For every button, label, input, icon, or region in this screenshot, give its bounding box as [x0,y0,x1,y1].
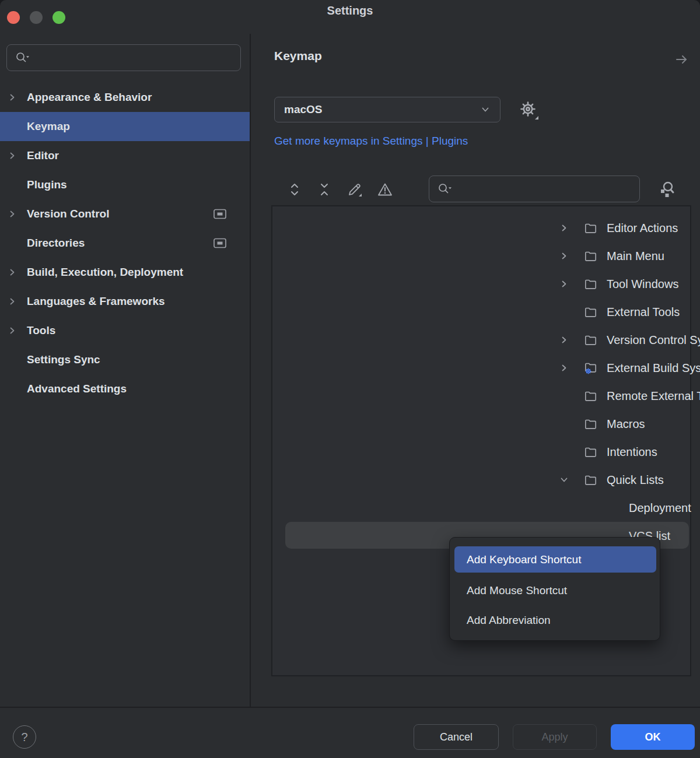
folder-icon [584,390,597,402]
show-conflicts-warning-button[interactable] [374,179,396,200]
chevron-right-icon [8,326,17,335]
sidebar-divider [250,34,251,707]
chevron-right-icon [8,209,17,219]
chevron-right-icon [8,297,17,306]
folder-icon [584,222,597,234]
sidebar-item-directories[interactable]: Directories [0,229,250,258]
sidebar-item-version-control[interactable]: Version Control [0,199,250,229]
tree-item-version-control-systems[interactable]: Version Control Systems [271,326,690,354]
menu-item-add-keyboard-shortcut[interactable]: Add Keyboard Shortcut [454,546,656,573]
tree-item-main-menu[interactable]: Main Menu [271,242,690,270]
sidebar-item-languages-frameworks[interactable]: Languages & Frameworks [0,287,250,316]
tree-item-other[interactable]: Other [271,578,446,606]
folder-icon [584,474,597,486]
folder-icon [584,278,597,290]
tree-item-intentions[interactable]: Intentions [271,438,690,466]
find-actions-by-shortcut-button[interactable] [654,178,679,201]
titlebar: Settings [0,0,700,34]
sidebar-item-advanced-settings[interactable]: Advanced Settings [0,374,250,403]
tree-item-macros[interactable]: Macros [271,410,690,438]
tree-item-plugins[interactable]: Plugins [271,550,446,578]
tree-search-field[interactable] [429,176,640,202]
sidebar-item-keymap[interactable]: Keymap [0,112,250,141]
folder-icon [584,250,597,262]
folder-icon [584,418,597,430]
help-button[interactable]: ? [13,725,36,749]
chevron-right-icon [8,93,17,102]
chevron-right-icon [8,268,17,277]
settings-window: Settings Appearance & Behavior Keymap Ed… [0,0,700,758]
settings-search-input[interactable] [30,45,240,71]
sidebar-item-appearance-behavior[interactable]: Appearance & Behavior [0,83,250,112]
question-mark-icon: ? [21,731,27,744]
chevron-right-icon [559,335,569,345]
chevron-right-icon [559,223,569,233]
apply-button[interactable]: Apply [513,724,597,750]
tree-item-editor-actions[interactable]: Editor Actions [271,214,690,242]
sidebar-item-tools[interactable]: Tools [0,316,250,345]
search-icon [438,182,453,196]
keymap-select-value: macOS [284,103,322,116]
chevron-right-icon [8,151,17,160]
collapse-all-button[interactable] [314,179,335,200]
chevron-right-icon [559,279,569,289]
sidebar-item-editor[interactable]: Editor [0,141,250,170]
footer-bar: ? Cancel Apply OK [0,707,700,758]
page-title: Keymap [274,49,322,63]
tree-item-deployment[interactable]: Deployment [271,494,690,522]
tree-item-external-tools[interactable]: External Tools [271,298,690,326]
context-menu: Add Keyboard Shortcut Add Mouse Shortcut… [449,537,660,641]
search-icon [15,51,30,65]
tree-item-quick-lists[interactable]: Quick Lists [271,466,690,494]
tree-search-input[interactable] [453,176,639,202]
sidebar-item-settings-sync[interactable]: Settings Sync [0,345,250,374]
chevron-right-icon [559,251,569,261]
chevron-right-icon [559,363,569,373]
cancel-button[interactable]: Cancel [414,724,499,750]
project-setting-icon [214,209,226,219]
forward-arrow-icon[interactable] [673,51,691,68]
chevron-down-icon [559,475,569,485]
sidebar-item-build-execution-deployment[interactable]: Build, Execution, Deployment [0,258,250,287]
edit-shortcut-button[interactable] [344,179,365,200]
chevron-down-icon [480,104,491,115]
menu-item-add-mouse-shortcut[interactable]: Add Mouse Shortcut [450,575,656,606]
tree-item-external-build-systems[interactable]: External Build Systems [271,354,690,382]
folder-icon [584,306,597,318]
keymap-gear-menu-button[interactable] [516,97,541,122]
sidebar-item-plugins[interactable]: Plugins [0,170,250,199]
project-setting-icon [214,238,226,248]
tree-item-tool-windows[interactable]: Tool Windows [271,270,690,298]
folder-icon [584,446,597,458]
keymap-select[interactable]: macOS [274,97,501,122]
expand-all-button[interactable] [284,179,305,200]
folder-gear-icon [584,361,598,375]
folder-icon [584,334,597,346]
ok-button[interactable]: OK [611,724,695,750]
get-more-keymaps-link[interactable]: Get more keymaps in Settings | Plugins [274,135,468,148]
settings-search-field[interactable] [6,44,241,71]
tree-item-remote-external-tools[interactable]: Remote External Tools [271,382,690,410]
menu-item-add-abbreviation[interactable]: Add Abbreviation [450,606,656,635]
window-title: Settings [0,4,700,17]
